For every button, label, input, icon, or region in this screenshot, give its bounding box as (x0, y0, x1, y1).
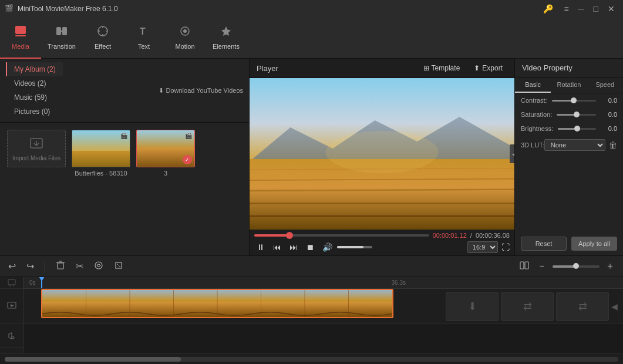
ruler-mark-0: 0s (29, 279, 36, 286)
timeline-area: ↩ ↪ ✂ － ＋ (0, 255, 623, 364)
zoom-in-btn[interactable]: ＋ (603, 259, 617, 274)
tab-speed[interactable]: Speed (587, 77, 623, 93)
nav-item-pictures[interactable]: Pictures (0) (6, 105, 63, 119)
timeline-scroll-thumb[interactable] (5, 357, 181, 362)
progress-bar-container: 00:00:01.12 / 00:00:36.08 (254, 232, 510, 239)
elements-icon (220, 25, 233, 41)
media-item-butterflies[interactable]: 🎬 Butterflies - 58310 (72, 130, 130, 248)
timeline-main: 0s 36.3s (23, 277, 623, 353)
right-panel: Video Property Basic Rotation Speed Cont… (514, 59, 623, 255)
contrast-value: 0.0 (601, 97, 617, 104)
download-trans-icon: ⬇ (468, 300, 477, 313)
toolbar-item-transition[interactable]: Transition (41, 18, 82, 59)
left-panel: My Album (2) Videos (2) Music (59) Pictu… (0, 59, 250, 255)
app-icon: 🎬 (5, 4, 14, 14)
player-panel: Player ⊞ Template ⬆ Export (250, 59, 514, 255)
aspect-ratio-select[interactable]: 16:9 4:3 1:1 9:16 (467, 241, 498, 253)
saturation-slider[interactable] (557, 114, 596, 116)
lut-delete-btn[interactable]: 🗑 (609, 140, 617, 150)
volume-slider[interactable] (337, 246, 372, 248)
zoom-out-btn[interactable]: － (535, 259, 549, 274)
player-right-controls: 16:9 4:3 1:1 9:16 ⛶ (467, 241, 510, 253)
toolbar-item-effect[interactable]: Effect (82, 18, 123, 59)
transition-box-2[interactable]: ⇄ (501, 292, 554, 321)
svg-marker-34 (11, 304, 14, 307)
add-clip-icon (0, 277, 23, 289)
contrast-label: Contrast: (521, 97, 547, 104)
titlebar-controls: 🔑 ≡ ─ □ ✕ (543, 4, 618, 14)
stop-btn[interactable]: ⏹ (304, 241, 316, 253)
video-icon: 🎬 (120, 133, 127, 139)
maximize-btn[interactable]: □ (590, 4, 602, 14)
zoom-slider[interactable] (553, 265, 600, 268)
media-grid: Import Media Files (0, 123, 249, 255)
audio-detach-btn[interactable] (92, 259, 106, 274)
contrast-slider[interactable] (552, 100, 596, 102)
toolbar-item-elements[interactable]: Elements (206, 18, 247, 59)
tab-basic[interactable]: Basic (515, 77, 551, 93)
svg-rect-3 (62, 27, 67, 35)
nav-item-music[interactable]: Music (59) (6, 90, 63, 105)
svg-line-27 (117, 264, 120, 267)
undo-btn[interactable]: ↩ (6, 259, 18, 273)
svg-rect-2 (56, 27, 61, 35)
timeline-scrollbar[interactable] (5, 357, 618, 362)
nav-item-videos[interactable]: Videos (2) (6, 76, 63, 90)
clip3-thumb: 🎬 ✓ (136, 130, 195, 167)
transition-box-3[interactable]: ⇄ (556, 292, 609, 321)
clip-thumbnail (42, 290, 392, 317)
toolbar-item-media[interactable]: Media (0, 18, 41, 59)
audio-track (23, 324, 623, 345)
import-label: Import Media Files (12, 155, 60, 161)
reset-btn[interactable]: Reset (521, 237, 567, 251)
volume-btn[interactable]: 🔊 (320, 241, 335, 253)
split-view-btn[interactable] (517, 259, 531, 274)
tab-rotation[interactable]: Rotation (551, 77, 587, 93)
player-header-buttons: ⊞ Template ⬆ Export (419, 62, 507, 74)
progress-bar[interactable] (254, 234, 429, 237)
minimize-btn[interactable]: ─ (575, 4, 588, 14)
brightness-slider[interactable] (558, 128, 596, 130)
template-label: Template (432, 64, 460, 72)
delete-btn[interactable] (53, 259, 68, 274)
svg-point-7 (183, 29, 187, 33)
butterflies-label: Butterflies - 58310 (75, 170, 127, 177)
menu-icon[interactable]: ≡ (560, 4, 572, 14)
prev-frame-btn[interactable]: ⏮ (271, 241, 284, 253)
download-youtube-btn[interactable]: ⬇ Download YouTube Videos (159, 87, 244, 95)
player-video: ◀ (250, 78, 514, 230)
contrast-slider-thumb (571, 97, 577, 103)
crop-btn[interactable] (112, 259, 126, 274)
nav-item-my-album[interactable]: My Album (2) (6, 62, 63, 76)
fullscreen-btn[interactable]: ⛶ (501, 242, 510, 252)
video-track-icon (0, 289, 23, 324)
next-frame-btn[interactable]: ⏭ (287, 241, 300, 253)
video-clip[interactable] (41, 289, 393, 318)
apply-all-btn[interactable]: Apply to all (571, 237, 617, 251)
import-media-item[interactable]: Import Media Files (7, 130, 66, 248)
zoom-thumb (573, 263, 579, 269)
cut-btn[interactable]: ✂ (73, 259, 86, 273)
playhead (41, 277, 42, 288)
volume-container: 🔊 (320, 241, 372, 253)
pause-btn[interactable]: ⏸ (254, 241, 267, 253)
media-item-clip3[interactable]: 🎬 ✓ 3 (136, 130, 195, 248)
toolbar-label-elements: Elements (213, 43, 240, 50)
lut-select[interactable]: None (544, 139, 605, 151)
right-spacer: ◀ (611, 302, 623, 311)
toolbar-item-text[interactable]: T Text (123, 18, 164, 59)
saturation-row: Saturation: 0.0 (515, 107, 623, 122)
redo-btn[interactable]: ↪ (24, 259, 36, 273)
brightness-value: 0.0 (601, 125, 617, 132)
close-btn[interactable]: ✕ (604, 4, 618, 14)
import-thumb[interactable]: Import Media Files (7, 130, 66, 167)
toolbar-item-motion[interactable]: Motion (164, 18, 206, 59)
transition-box-1[interactable]: ⬇ (446, 292, 499, 321)
ruler-mark-end: 36.3s (392, 279, 406, 286)
playback-buttons: ⏸ ⏮ ⏭ ⏹ 🔊 (254, 241, 372, 253)
contrast-row: Contrast: 0.0 (515, 93, 623, 107)
collapse-panel-btn[interactable]: ◀ (510, 144, 514, 163)
export-btn[interactable]: ⬆ Export (469, 62, 507, 74)
template-btn[interactable]: ⊞ Template (419, 62, 465, 74)
butterflies-thumb: 🎬 (72, 130, 130, 167)
